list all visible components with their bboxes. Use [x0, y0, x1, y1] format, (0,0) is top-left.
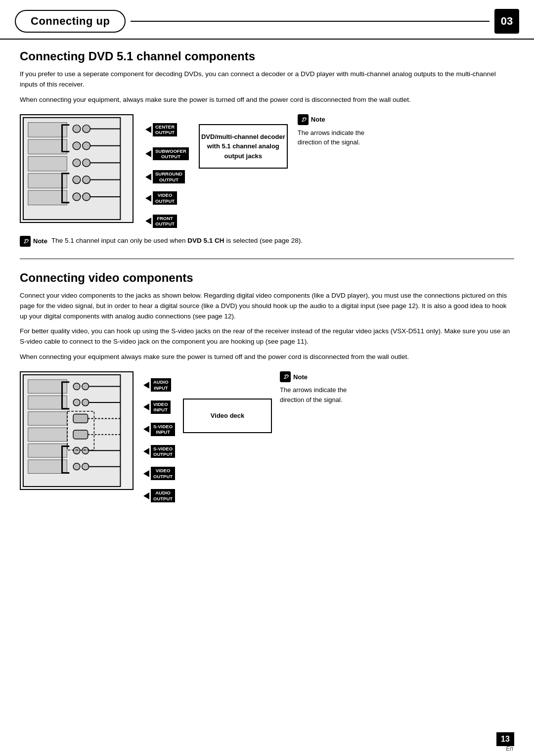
page-header: Connecting up 03	[0, 0, 534, 40]
decoder-box: DVD/multi-channel decoderwith 5.1 channe…	[199, 124, 288, 169]
svg-point-28	[73, 383, 80, 390]
svg-rect-27	[28, 460, 67, 474]
section2-body2: For better quality video, you can hook u…	[20, 326, 514, 347]
diagram1-labels: CENTER OUTPUT SUBWOOFER OUTPUT SURROUND …	[145, 114, 189, 231]
svg-rect-33	[73, 430, 88, 439]
svg-rect-23	[28, 396, 67, 409]
arrow-audio-in	[143, 382, 149, 389]
arrow-subwoofer	[145, 150, 151, 157]
svg-rect-5	[28, 190, 67, 205]
decoder-label: DVD/multi-channel decoderwith 5.1 channe…	[201, 132, 285, 161]
arrow-video-out2	[143, 470, 149, 477]
svg-rect-22	[28, 380, 67, 394]
svg-point-7	[83, 125, 90, 133]
svg-point-11	[83, 159, 90, 167]
video-input-label: VIDEO INPUT	[151, 400, 171, 414]
arrow-video	[145, 195, 151, 202]
note-block1-header: 𝓓 Note	[20, 236, 47, 247]
label-video-output: VIDEO OUTPUT	[145, 191, 189, 205]
note-block1: 𝓓 Note The 5.1 channel input can only be…	[20, 236, 514, 250]
svg-point-6	[73, 125, 81, 133]
svg-point-35	[82, 447, 89, 454]
deck-label: Video deck	[211, 411, 244, 421]
en-label: En	[506, 745, 513, 752]
arrow-svideo-in	[143, 426, 149, 433]
svg-rect-1	[28, 122, 67, 136]
svg-point-36	[73, 463, 80, 470]
surround-output-label: SURROUND OUTPUT	[153, 170, 185, 183]
diagram2-note: 𝓓 Note The arrows indicate the direction…	[280, 371, 369, 404]
svg-point-31	[82, 399, 89, 406]
center-output-label: CENTER OUTPUT	[153, 123, 177, 136]
arrow-front	[145, 218, 151, 224]
svg-rect-2	[28, 139, 67, 154]
label-svideo-input: S-VIDEO INPUT	[143, 423, 175, 436]
arrow-surround	[145, 174, 151, 180]
audio-input-label: AUDIO INPUT	[151, 378, 171, 392]
label-svideo-output: S-VIDEO OUTPUT	[143, 445, 175, 458]
svg-rect-25	[28, 428, 67, 442]
note2-header: 𝓓 Note	[280, 371, 369, 382]
video-output-label: VIDEO OUTPUT	[153, 191, 177, 205]
note1-icon: 𝓓	[298, 114, 309, 125]
svg-point-9	[83, 142, 90, 150]
svg-rect-24	[28, 412, 67, 426]
section-divider	[20, 259, 514, 259]
receiver-graphic	[20, 114, 134, 224]
arrow-video-in	[143, 403, 149, 410]
svg-point-37	[82, 463, 89, 470]
diagram1-note: 𝓓 Note The arrows indicate the direction…	[298, 114, 387, 147]
label-center-output: CENTER OUTPUT	[145, 123, 189, 136]
section2-title: Connecting video components	[20, 271, 514, 285]
diagram1-container: CENTER OUTPUT SUBWOOFER OUTPUT SURROUND …	[20, 114, 514, 231]
svideo-output-label: S-VIDEO OUTPUT	[151, 445, 175, 458]
audio-output-label: AUDIO OUTPUT	[151, 489, 175, 502]
note2-icon: 𝓓	[280, 371, 291, 382]
receiver-svg	[20, 114, 134, 223]
svg-point-15	[83, 193, 90, 201]
svg-rect-32	[73, 414, 88, 423]
svg-point-12	[73, 176, 81, 183]
front-output-label: FRONT OUTPUT	[153, 215, 177, 228]
label-video-output2: VIDEO OUTPUT	[143, 467, 175, 480]
section2-body1: Connect your video components to the jac…	[20, 291, 514, 322]
arrow-audio-out	[143, 492, 149, 499]
subwoofer-output-label: SUBWOOFER OUTPUT	[153, 147, 189, 161]
label-video-input: VIDEO INPUT	[143, 400, 175, 414]
svg-rect-3	[28, 156, 67, 171]
note-block1-text: The 5.1 channel input can only be used w…	[51, 236, 303, 246]
svg-point-14	[73, 193, 81, 201]
label-front-output: FRONT OUTPUT	[145, 215, 189, 228]
page-number: 13	[496, 732, 514, 746]
note2-text: The arrows indicate the direction of the…	[280, 385, 369, 404]
svideo-input-label: S-VIDEO INPUT	[151, 423, 175, 436]
section1-title: Connecting DVD 5.1 channel components	[20, 49, 514, 63]
note1-header: 𝓓 Note	[298, 114, 387, 125]
section1-body1: If you prefer to use a seperate componen…	[20, 69, 514, 90]
label-subwoofer-output: SUBWOOFER OUTPUT	[145, 147, 189, 161]
deck-box: Video deck	[183, 399, 272, 433]
page-content: Connecting DVD 5.1 channel components If…	[0, 49, 534, 525]
chapter-number: 03	[494, 9, 519, 34]
receiver-graphic2	[20, 371, 134, 491]
label-audio-output: AUDIO OUTPUT	[143, 489, 175, 502]
svg-rect-4	[28, 174, 67, 188]
svg-point-29	[82, 383, 89, 390]
svg-point-30	[73, 399, 80, 406]
page-title: Connecting up	[15, 10, 126, 33]
header-divider	[131, 21, 490, 22]
label-audio-input: AUDIO INPUT	[143, 378, 175, 392]
video-output-label2: VIDEO OUTPUT	[151, 467, 175, 480]
arrow-center	[145, 126, 151, 133]
svg-point-8	[73, 142, 81, 150]
arrow-svideo-out	[143, 448, 149, 455]
diagram2-container: AUDIO INPUT VIDEO INPUT S-VIDEO	[20, 371, 514, 505]
label-surround-output: SURROUND OUTPUT	[145, 170, 189, 183]
section2-body3: When connecting your equipment always ma…	[20, 352, 514, 362]
note1-text: The arrows indicate the direction of the…	[298, 128, 387, 147]
receiver-svg2	[20, 371, 134, 490]
svg-point-10	[73, 159, 81, 167]
svg-point-34	[73, 447, 80, 454]
svg-point-13	[83, 176, 90, 183]
svg-rect-26	[28, 444, 67, 458]
